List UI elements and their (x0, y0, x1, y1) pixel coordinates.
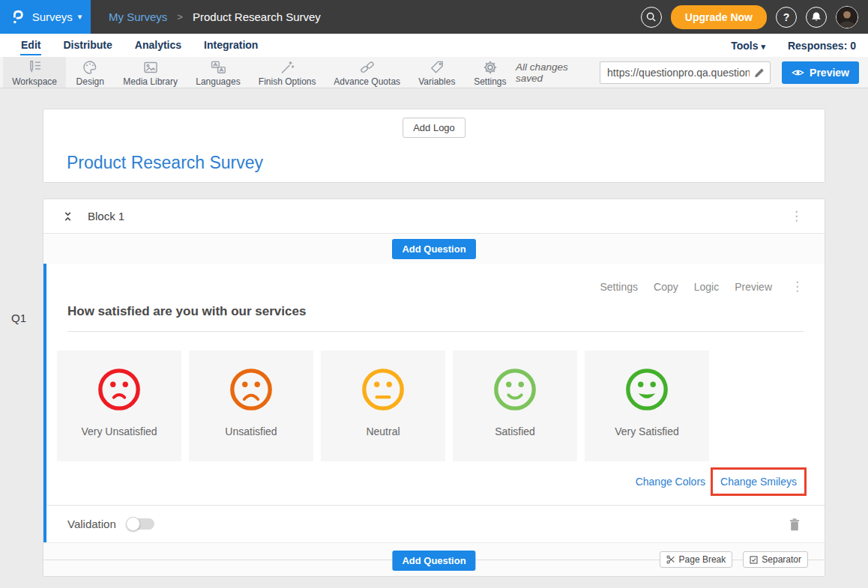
smiley-icon (492, 366, 538, 413)
question-copy-link[interactable]: Copy (654, 281, 678, 293)
responses-count[interactable]: Responses: 0 (788, 40, 856, 52)
smiley-option-label: Very Satisfied (615, 425, 679, 437)
breadcrumb-separator-icon: > (177, 11, 183, 22)
smiley-options: Very Unsatisfied Unsatisfied Neutral Sat… (57, 351, 814, 461)
add-question-button-bottom[interactable]: Add Question (392, 551, 475, 571)
breadcrumb-current: Product Research Survey (193, 10, 321, 23)
toolbar-item-label: Workspace (12, 76, 57, 87)
smiley-links-row: Change Colors Change Smileys (46, 467, 825, 496)
tab-analytics[interactable]: Analytics (134, 35, 182, 55)
preview-button[interactable]: Preview (782, 61, 859, 84)
collapse-block-button[interactable] (62, 210, 73, 222)
magic-wand-icon (279, 59, 295, 76)
smiley-icon (360, 366, 406, 413)
help-button[interactable]: ? (776, 7, 797, 28)
separator-label: Separator (762, 554, 801, 565)
search-icon (645, 10, 657, 23)
smiley-option-label: Very Unsatisfied (81, 425, 157, 437)
toolbar-item-languages[interactable]: Languages (187, 57, 250, 88)
image-icon (142, 59, 159, 76)
toolbar-item-finish-options[interactable]: Finish Options (250, 57, 325, 88)
search-button[interactable] (641, 7, 662, 28)
question-logic-link[interactable]: Logic (694, 281, 719, 293)
question-card: Q1 Settings Copy Logic Preview ⋮ How sat… (43, 264, 825, 542)
question-number: Q1 (11, 312, 26, 324)
smiley-option[interactable]: Very Unsatisfied (57, 351, 181, 461)
question-kebab-menu-icon[interactable]: ⋮ (788, 279, 807, 294)
toolbar-item-design[interactable]: Design (66, 57, 114, 88)
tab-integration[interactable]: Integration (203, 35, 259, 55)
tools-menu[interactable]: Tools ▾ (731, 40, 765, 52)
smiley-option[interactable]: Neutral (321, 351, 445, 461)
validation-label: Validation (67, 518, 116, 530)
smiley-option[interactable]: Very Satisfied (585, 351, 709, 461)
separator-button[interactable]: Separator (743, 551, 808, 568)
survey-header-card: Add Logo Product Research Survey (43, 109, 825, 183)
page-break-label: Page Break (679, 554, 726, 565)
toolbar-item-media-library[interactable]: Media Library (114, 57, 187, 88)
notifications-button[interactable] (806, 7, 827, 28)
block-card: Block 1 ⋮ Add Question Q1 Settings Copy … (43, 198, 825, 577)
nav-right: Tools ▾ Responses: 0 (731, 40, 858, 52)
breadcrumb-my-surveys[interactable]: My Surveys (109, 10, 167, 23)
toolbar-item-label: Variables (418, 76, 455, 87)
smiley-icon (228, 366, 274, 413)
tab-edit[interactable]: Edit (20, 35, 41, 55)
toolbar-item-advance-quotas[interactable]: Advance Quotas (325, 57, 409, 88)
toolbar-item-label: Advance Quotas (334, 76, 400, 87)
validation-toggle[interactable] (127, 518, 154, 530)
block-title[interactable]: Block 1 (88, 210, 124, 222)
add-question-strip: Add Question (43, 234, 825, 264)
block-kebab-menu-icon[interactable]: ⋮ (787, 208, 806, 224)
palette-icon (82, 59, 98, 76)
toolbar-item-workspace[interactable]: Workspace (3, 57, 66, 88)
trash-icon (789, 521, 801, 533)
chevron-down-icon: ▾ (761, 42, 765, 51)
gear-icon (482, 59, 498, 76)
tag-icon (429, 59, 445, 76)
annotation-highlight: Change Smileys (711, 467, 807, 496)
breadcrumb: My Surveys > Product Research Survey (109, 10, 321, 23)
change-colors-link[interactable]: Change Colors (636, 476, 705, 488)
question-preview-link[interactable]: Preview (735, 281, 772, 293)
toggle-knob (126, 517, 140, 531)
tab-distribute[interactable]: Distribute (62, 35, 112, 55)
questionpro-logo-icon (9, 7, 27, 27)
preview-label: Preview (810, 67, 849, 79)
footer-tools: Page Break Separator (660, 551, 808, 568)
toolbar-item-variables[interactable]: Variables (409, 57, 465, 88)
block-footer: Add Question Page Break Separator (43, 542, 825, 576)
smiley-option-label: Unsatisfied (225, 425, 277, 437)
top-bar: Surveys ▾ My Surveys > Product Research … (0, 0, 868, 34)
smiley-option-label: Neutral (366, 425, 400, 437)
page-break-button[interactable]: Page Break (660, 551, 733, 568)
toolbar-item-settings[interactable]: Settings (465, 57, 516, 88)
toolbar-item-label: Finish Options (259, 76, 316, 87)
edit-pencil-icon[interactable] (754, 67, 765, 78)
toolbar-item-label: Media Library (123, 76, 178, 87)
delete-question-button[interactable] (789, 518, 801, 531)
save-status: All changes saved (516, 61, 588, 84)
workspace-icon (26, 59, 43, 76)
question-text[interactable]: How satisfied are you with our services (67, 304, 804, 332)
bell-icon (811, 11, 822, 22)
user-avatar[interactable] (836, 6, 858, 28)
add-logo-button[interactable]: Add Logo (403, 118, 465, 138)
smiley-option[interactable]: Satisfied (453, 351, 577, 461)
survey-title[interactable]: Product Research Survey (67, 153, 263, 173)
upgrade-now-button[interactable]: Upgrade Now (671, 5, 767, 29)
translate-icon (210, 59, 226, 76)
editor-toolbar: Workspace Design Media Library Languages… (0, 57, 868, 88)
smiley-option[interactable]: Unsatisfied (189, 351, 313, 461)
question-actions: Settings Copy Logic Preview ⋮ (46, 264, 825, 294)
tools-label: Tools (731, 40, 758, 52)
app-logo-menu[interactable]: Surveys ▾ (0, 0, 91, 34)
smiley-icon (624, 366, 670, 413)
survey-url-input[interactable]: https://questionpro.qa.questionp (600, 61, 771, 84)
add-question-button-top[interactable]: Add Question (392, 239, 475, 259)
checkbox-check-icon (750, 556, 758, 564)
smiley-icon (96, 366, 142, 413)
question-settings-link[interactable]: Settings (600, 281, 638, 293)
change-smileys-link[interactable]: Change Smileys (720, 476, 797, 488)
toolbar-item-label: Design (76, 76, 104, 87)
